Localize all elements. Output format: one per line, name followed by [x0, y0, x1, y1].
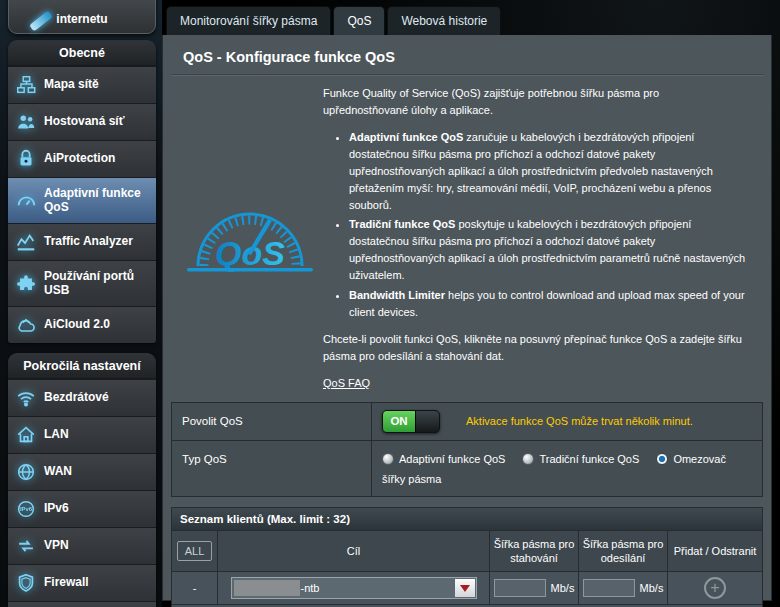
qos-type-row: Typ QoS Adaptivní funkce QoS Tradiční fu…: [172, 440, 762, 497]
quick-internet-setup-button[interactable]: internetu: [8, 0, 156, 34]
download-unit: Mb/s: [551, 582, 575, 594]
wifi-icon: [8, 387, 44, 409]
qos-enable-toggle[interactable]: ON: [382, 410, 440, 433]
bullet-bandwidth-limiter: Bandwidth Limiter helps you to control d…: [349, 287, 747, 321]
bullet-traditional: Tradiční funkce QoS poskytuje u kabelový…: [349, 216, 747, 284]
chevron-down-icon: [460, 585, 470, 592]
dropdown-arrow-button[interactable]: [455, 579, 475, 597]
sidebar-item-label: AiProtection: [44, 152, 115, 166]
column-header-download: Šířka pásma pro stahování: [490, 531, 579, 572]
qos-type-label: Typ QoS: [172, 441, 372, 497]
download-bandwidth-input[interactable]: [494, 579, 546, 597]
enable-qos-label: Povolit QoS: [172, 403, 372, 440]
client-table-header-row: ALL Cíl Šířka pásma pro stahování Šířka …: [172, 531, 762, 572]
section-header-general: Obecné: [8, 40, 156, 66]
radio-tradicni-qos[interactable]: Tradiční funkce QoS: [522, 453, 639, 465]
sidebar-item-label: LAN: [44, 428, 69, 442]
upload-bandwidth-input[interactable]: [583, 579, 635, 597]
row-index: -: [172, 572, 218, 605]
ipv6-globe-icon: IPv6: [8, 498, 44, 520]
sidebar-item-hostovana-sit[interactable]: Hostovaná síť: [8, 103, 156, 140]
sidebar-item-ipv6[interactable]: IPv6 IPv6: [8, 490, 156, 527]
sidebar-item-label: IPv6: [44, 502, 69, 516]
sidebar-item-mapa-site[interactable]: Mapa sítě: [8, 66, 156, 103]
sidebar-item-label: Používání portů USB: [44, 270, 156, 298]
shield-icon: [8, 572, 44, 594]
sidebar-item-firewall[interactable]: Firewall: [8, 564, 156, 601]
sidebar-item-traffic-analyzer[interactable]: Traffic Analyzer: [8, 223, 156, 260]
column-header-upload: Šířka pásma pro odesílání: [579, 531, 668, 572]
bullet-adaptive: Adaptivní funkce QoS zaručuje u kabelový…: [349, 129, 747, 214]
sidebar-item-label: Firewall: [44, 576, 89, 590]
sidebar-item-label: Traffic Analyzer: [44, 235, 133, 249]
vpn-icon: [8, 535, 44, 557]
sidebar-item-label: Hostovaná síť: [44, 115, 124, 129]
sidebar-item-aiprotection[interactable]: AiProtection: [8, 140, 156, 177]
radio-adaptivni-qos[interactable]: Adaptivní funkce QoS: [382, 453, 505, 465]
top-button-label: internetu: [56, 12, 107, 26]
radio-icon: [382, 453, 394, 465]
radio-icon: [522, 453, 534, 465]
description-section: QoS Funkce Quality of Service (QoS) zaji…: [171, 75, 763, 398]
section-header-advanced: Pokročilá nastavení: [8, 353, 156, 379]
sidebar-item-label: Bezdrátové: [44, 391, 109, 405]
sidebar-item-wan[interactable]: WAN: [8, 453, 156, 490]
description-text: Funkce Quality of Service (QoS) zajišťuj…: [323, 85, 753, 392]
outro-paragraph: Chcete-li povolit funkci QoS, klikněte n…: [323, 331, 747, 365]
network-map-icon: [8, 74, 44, 96]
puzzle-icon: [8, 273, 44, 295]
client-select-dropdown[interactable]: -ntb: [231, 577, 477, 599]
sidebar-item-label: Adaptivní funkce QoS: [44, 187, 156, 215]
client-list-table: Seznam klientů (Max. limit : 32) ALL Cíl…: [171, 507, 763, 607]
sidebar-item-label: Mapa sítě: [44, 78, 99, 92]
qos-faq-link[interactable]: QoS FAQ: [323, 377, 370, 389]
toggle-knob: [415, 411, 439, 432]
redacted-client-name: [234, 580, 300, 596]
sidebar-item-partial[interactable]: [8, 601, 156, 607]
client-table-title: Seznam klientů (Max. limit : 32): [172, 508, 762, 531]
column-header-target: Cíl: [218, 531, 490, 572]
guest-network-icon: [8, 111, 44, 133]
svg-text:IPv6: IPv6: [20, 506, 33, 512]
tab-webova-historie[interactable]: Webová historie: [387, 6, 501, 35]
select-all-button[interactable]: ALL: [177, 541, 213, 561]
sidebar-item-adaptivni-qos[interactable]: Adaptivní funkce QoS: [8, 177, 156, 223]
qos-type-options: Adaptivní funkce QoS Tradiční funkce QoS…: [372, 441, 762, 497]
sidebar-item-vpn[interactable]: VPN: [8, 527, 156, 564]
pen-icon: [29, 10, 53, 31]
house-icon: [8, 424, 44, 446]
gauge-icon: [8, 190, 44, 212]
upload-unit: Mb/s: [640, 582, 664, 594]
content-panel: QoS - Konfigurace funkce QoS QoS: [162, 35, 772, 601]
sidebar-item-label: AiCloud 2.0: [44, 318, 110, 332]
sidebar-item-label: VPN: [44, 539, 69, 553]
sidebar-item-aicloud[interactable]: AiCloud 2.0: [8, 306, 156, 343]
intro-paragraph: Funkce Quality of Service (QoS) zajišťuj…: [323, 85, 747, 119]
enable-qos-row: Povolit QoS ON Aktivace funkce QoS může …: [172, 403, 762, 440]
main-area: Monitorování šířky pásma QoS Webová hist…: [162, 0, 780, 607]
toggle-on-label: ON: [383, 411, 415, 432]
column-header-add-remove: Přidat / Odstranit: [668, 531, 762, 572]
tab-bar: Monitorování šířky pásma QoS Webová hist…: [162, 0, 772, 35]
tab-qos[interactable]: QoS: [333, 6, 385, 35]
sidebar-section-advanced: Pokročilá nastavení Bezdrátové LAN WAN: [8, 353, 156, 607]
sidebar-item-usb-porty[interactable]: Používání portů USB: [8, 260, 156, 306]
page-title: QoS - Konfigurace funkce QoS: [171, 43, 763, 75]
cloud-icon: [8, 314, 44, 336]
globe-icon: [8, 461, 44, 483]
client-table-entry-row: - -ntb Mb/s Mb/s: [172, 572, 762, 605]
sidebar-item-lan[interactable]: LAN: [8, 416, 156, 453]
add-client-button[interactable]: +: [704, 577, 726, 599]
qos-gauge-image: QoS: [177, 174, 323, 302]
activation-note: Aktivace funkce QoS může trvat několik m…: [466, 415, 693, 427]
sidebar-item-bezdratove[interactable]: Bezdrátové: [8, 379, 156, 416]
sidebar: internetu Obecné Mapa sítě Hostovaná síť: [0, 0, 162, 607]
qos-bullet-list: Adaptivní funkce QoS zaručuje u kabelový…: [349, 129, 747, 321]
tab-monitorovani-sirky-pasma[interactable]: Monitorování šířky pásma: [166, 6, 331, 35]
radio-selected-icon: [656, 453, 668, 465]
sidebar-item-label: WAN: [44, 465, 72, 479]
router-admin-app: internetu Obecné Mapa sítě Hostovaná síť: [0, 0, 780, 607]
traffic-chart-icon: [8, 231, 44, 253]
sidebar-section-general: Obecné Mapa sítě Hostovaná síť AiProtect…: [8, 40, 156, 343]
qos-settings-table: Povolit QoS ON Aktivace funkce QoS může …: [171, 402, 763, 498]
